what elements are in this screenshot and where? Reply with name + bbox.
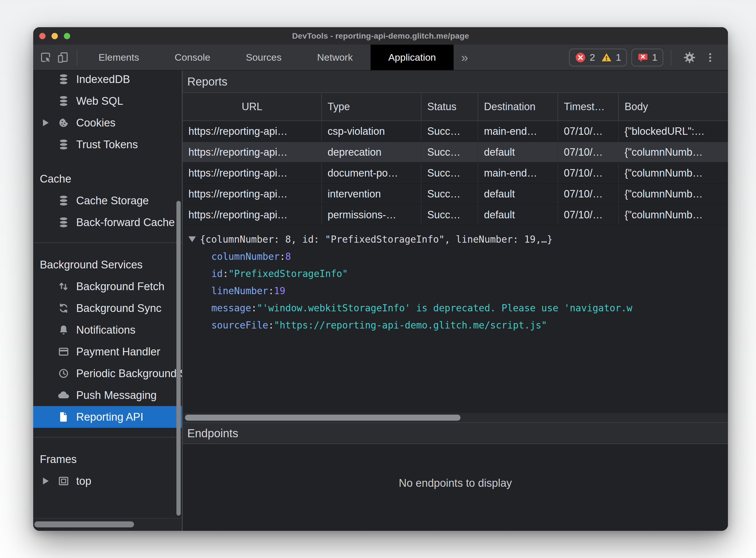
toolbar-separator xyxy=(670,50,671,66)
expander-triangle-icon[interactable] xyxy=(43,478,49,484)
sync-icon xyxy=(57,302,70,314)
sidebar-item-notifications[interactable]: Notifications xyxy=(33,319,182,341)
report-row[interactable]: https://reporting-api…interventionSucc…d… xyxy=(183,184,728,205)
report-cell: 07/10/… xyxy=(558,184,619,204)
column-header-type[interactable]: Type xyxy=(322,93,421,121)
sidebar-item-background-fetch[interactable]: Background Fetch xyxy=(33,276,182,297)
sidebar-section-header-frames: Frames xyxy=(33,449,182,470)
property-key: sourceFile xyxy=(211,320,268,331)
sidebar-item-cache-storage[interactable]: Cache Storage xyxy=(33,190,182,211)
report-cell: deprecation xyxy=(322,142,421,162)
sidebar-item-label: Notifications xyxy=(76,324,136,336)
window-title: DevTools - reporting-api-demo.glitch.me/… xyxy=(33,31,728,41)
sidebar-item-trust-tokens[interactable]: Trust Tokens xyxy=(33,134,182,155)
titlebar: DevTools - reporting-api-demo.glitch.me/… xyxy=(33,27,728,45)
sidebar-item-web-sql[interactable]: Web SQL xyxy=(33,90,182,112)
report-detail-property: id: "PrefixedStorageInfo" xyxy=(189,265,728,282)
inspect-cursor-icon xyxy=(39,51,52,64)
sidebar-item-cookies[interactable]: Cookies xyxy=(33,112,182,134)
more-tabs-button[interactable]: » xyxy=(454,45,475,70)
endpoints-section-header: Endpoints xyxy=(183,422,728,444)
tab-sources[interactable]: Sources xyxy=(228,45,299,70)
report-cell: {"columnNumb… xyxy=(619,184,728,204)
column-header-destination[interactable]: Destination xyxy=(478,93,558,121)
sidebar-item-top[interactable]: top xyxy=(33,470,182,492)
report-cell: {"columnNumb… xyxy=(619,142,728,162)
card-icon xyxy=(57,346,70,358)
tab-console[interactable]: Console xyxy=(157,45,228,70)
database-icon xyxy=(57,138,70,151)
sidebar-item-label: Cookies xyxy=(76,117,115,129)
sidebar-item-background-sync[interactable]: Background Sync xyxy=(33,297,182,319)
sidebar-horizontal-scrollbar-track[interactable] xyxy=(33,518,182,531)
issues-badge[interactable]: 1 xyxy=(631,49,663,67)
sidebar-item-periodic-background-sync[interactable]: Periodic Background Sync xyxy=(33,362,182,384)
report-cell: https://reporting-api… xyxy=(183,121,322,142)
sidebar-item-label: Web SQL xyxy=(76,95,123,107)
report-cell: main-end… xyxy=(478,163,558,183)
sidebar-item-label: Back-forward Cache xyxy=(76,216,175,229)
reports-horizontal-scrollbar-track[interactable] xyxy=(183,413,728,422)
report-cell: Succ… xyxy=(421,163,478,183)
column-header-url[interactable]: URL xyxy=(183,93,322,121)
report-cell: permissions-… xyxy=(322,205,421,225)
reports-horizontal-scrollbar-thumb[interactable] xyxy=(185,415,461,421)
tab-network[interactable]: Network xyxy=(299,45,370,70)
customize-devtools-button[interactable] xyxy=(701,52,720,63)
doc-icon xyxy=(57,411,70,423)
column-header-timest[interactable]: Timest… xyxy=(558,93,619,121)
sidebar-section-header-cache: Cache xyxy=(33,168,182,190)
disclosure-triangle-icon[interactable] xyxy=(189,236,196,242)
expander-triangle-icon[interactable] xyxy=(43,119,49,126)
cloud-icon xyxy=(57,389,70,402)
report-cell: 07/10/… xyxy=(558,142,619,162)
sidebar-item-push-messaging[interactable]: Push Messaging xyxy=(33,384,182,406)
sidebar-vertical-scrollbar[interactable] xyxy=(176,201,181,516)
issue-icon xyxy=(637,52,649,63)
sidebar-horizontal-scrollbar-thumb[interactable] xyxy=(34,522,134,527)
report-detail-preview-row[interactable]: {columnNumber: 8, id: "PrefixedStorageIn… xyxy=(189,231,728,248)
sidebar-item-indexeddb[interactable]: IndexedDB xyxy=(33,71,182,90)
fetch-icon xyxy=(57,280,70,293)
reports-title: Reports xyxy=(187,75,227,88)
sidebar-section-header-background-services: Background Services xyxy=(33,254,182,276)
reports-section-header: Reports xyxy=(183,71,728,93)
report-cell: https://reporting-api… xyxy=(183,163,322,183)
sidebar-item-payment-handler[interactable]: Payment Handler xyxy=(33,341,182,362)
column-header-status[interactable]: Status xyxy=(421,93,478,121)
report-cell: https://reporting-api… xyxy=(183,142,322,162)
report-cell: csp-violation xyxy=(322,121,421,142)
database-icon xyxy=(57,194,70,207)
sidebar-item-back-forward-cache[interactable]: Back-forward Cache xyxy=(33,211,182,233)
cookie-icon xyxy=(57,117,70,129)
inspect-element-button[interactable] xyxy=(37,45,54,70)
property-key: id xyxy=(211,268,223,279)
property-value: 19 xyxy=(274,285,286,297)
main-toolbar: ElementsConsoleSourcesNetworkApplication… xyxy=(33,45,728,71)
report-row[interactable]: https://reporting-api…permissions-…Succ…… xyxy=(183,205,728,226)
report-row[interactable]: https://reporting-api…csp-violationSucc…… xyxy=(183,121,728,142)
report-cell: Succ… xyxy=(421,121,478,142)
report-detail-property: columnNumber: 8 xyxy=(189,248,728,265)
sidebar-section-divider xyxy=(33,437,182,437)
errors-warnings-badge[interactable]: 2 1 xyxy=(569,49,627,67)
report-row[interactable]: https://reporting-api…document-po…Succ…m… xyxy=(183,163,728,184)
report-cell: https://reporting-api… xyxy=(183,205,322,225)
report-cell: 07/10/… xyxy=(558,163,619,183)
bell-icon xyxy=(57,324,70,336)
settings-button[interactable] xyxy=(679,51,701,65)
tab-application[interactable]: Application xyxy=(370,45,454,70)
database-icon xyxy=(57,95,70,107)
sidebar-item-label: top xyxy=(76,475,91,487)
report-cell: default xyxy=(478,142,558,162)
property-separator: : xyxy=(268,285,274,297)
toggle-device-toolbar-button[interactable] xyxy=(54,45,72,70)
property-separator: : xyxy=(223,268,228,279)
sidebar-item-reporting-api[interactable]: Reporting API xyxy=(33,406,182,428)
endpoints-title: Endpoints xyxy=(187,427,238,440)
report-row[interactable]: https://reporting-api…deprecationSucc…de… xyxy=(183,142,728,163)
panel-tabs: ElementsConsoleSourcesNetworkApplication xyxy=(81,45,454,70)
column-header-body[interactable]: Body xyxy=(619,93,728,121)
tab-elements[interactable]: Elements xyxy=(81,45,157,70)
report-cell: https://reporting-api… xyxy=(183,184,322,204)
